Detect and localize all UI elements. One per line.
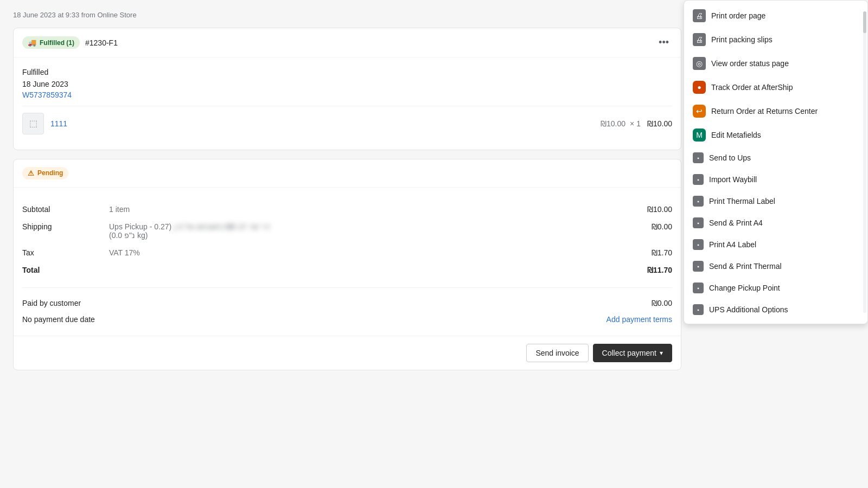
- no-payment-row: No payment due date Add payment terms: [22, 312, 672, 327]
- item-name[interactable]: 1111: [50, 119, 594, 128]
- fulfilled-card: 🚚 Fulfilled (1) #1230-F1 ••• Fulfilled 1…: [13, 28, 681, 150]
- menu-label-ups-additional-options: UPS Additional Options: [709, 305, 788, 314]
- menu-item-send-print-a4[interactable]: ▪ Send & Print A4: [684, 212, 867, 234]
- menu-item-change-pickup-point[interactable]: ▪ Change Pickup Point: [684, 277, 867, 299]
- menu-item-print-packing-slips[interactable]: 🖨 Print packing slips: [684, 28, 867, 52]
- paid-amount: ₪0.00: [652, 299, 672, 307]
- shipping-text: Ups Pickup - 0.27) דר יסר לב ₪0 כתאכתא א…: [109, 222, 270, 231]
- print-thermal-label-icon: ▪: [693, 196, 704, 207]
- menu-label-edit-metafields: Edit Metafields: [711, 131, 761, 139]
- tax-amount: ₪1.70: [652, 248, 672, 257]
- item-total: ₪10.00: [647, 119, 672, 128]
- menu-label-print-a4-label: Print A4 Label: [709, 240, 756, 249]
- menu-item-view-order-status[interactable]: ◎ View order status page: [684, 52, 867, 75]
- menu-item-edit-metafields[interactable]: M Edit Metafields: [684, 123, 867, 147]
- menu-item-track-aftership[interactable]: ● Track Order at AfterShip: [684, 75, 867, 99]
- shipping-value: Ups Pickup - 0.27) דר יסר לב ₪0 כתאכתא א…: [109, 222, 652, 240]
- collect-payment-button[interactable]: Collect payment ▾: [593, 344, 672, 362]
- change-pickup-point-icon: ▪: [693, 282, 704, 293]
- send-invoice-button[interactable]: Send invoice: [526, 344, 588, 362]
- payment-table: Subtotal 1 item ₪10.00 Shipping Ups Pick…: [22, 201, 672, 279]
- item-qty: × 1: [630, 119, 641, 128]
- subtotal-label: Subtotal: [22, 205, 109, 214]
- total-amount: ₪11.70: [647, 266, 672, 274]
- subtotal-row: Subtotal 1 item ₪10.00: [22, 201, 672, 218]
- paid-label: Paid by customer: [22, 299, 109, 307]
- fulfilled-card-body: Fulfilled 18 June 2023 W5737859374 ⬚ 111…: [14, 57, 681, 150]
- line-item: ⬚ 1111 ₪10.00 × 1 ₪10.00: [22, 106, 672, 141]
- total-row: Total ₪11.70: [22, 261, 672, 279]
- returns-icon: ↩: [693, 105, 706, 118]
- menu-item-ups-additional-options[interactable]: ▪ UPS Additional Options: [684, 299, 867, 320]
- fulfillment-status: Fulfilled: [22, 66, 672, 78]
- menu-item-return-order[interactable]: ↩ Return Order at Returns Center: [684, 99, 867, 123]
- add-payment-terms-link[interactable]: Add payment terms: [607, 315, 672, 324]
- send-to-ups-icon: ▪: [693, 152, 704, 163]
- menu-item-print-a4-label[interactable]: ▪ Print A4 Label: [684, 234, 867, 255]
- scrollbar-thumb[interactable]: [863, 11, 866, 33]
- chevron-down-icon: ▾: [660, 349, 663, 357]
- pending-card-header: ⚠ Pending: [14, 159, 681, 188]
- menu-label-print-thermal-label: Print Thermal Label: [709, 197, 775, 206]
- shipping-amount: ₪0.00: [652, 222, 672, 240]
- fulfilled-card-header: 🚚 Fulfilled (1) #1230-F1 •••: [14, 28, 681, 57]
- menu-item-print-thermal-label[interactable]: ▪ Print Thermal Label: [684, 190, 867, 212]
- subtotal-amount: ₪10.00: [647, 205, 672, 214]
- print-a4-label-icon: ▪: [693, 239, 704, 250]
- total-label: Total: [22, 266, 109, 274]
- packing-slip-icon: 🖨: [693, 33, 706, 46]
- menu-label-return-order: Return Order at Returns Center: [711, 107, 818, 115]
- clock-icon: ⚠: [28, 169, 34, 177]
- item-icon: ⬚: [29, 118, 37, 129]
- fulfillment-date: 18 June 2023: [22, 78, 672, 90]
- menu-item-import-waybill[interactable]: ▪ Import Waybill: [684, 169, 867, 190]
- subtotal-value: 1 item: [109, 205, 647, 214]
- fulfillment-info: Fulfilled 18 June 2023 W5737859374: [22, 66, 672, 99]
- menu-label-send-to-ups: Send to Ups: [709, 153, 751, 162]
- menu-label-print-packing-slips: Print packing slips: [711, 35, 773, 44]
- page-container: 18 June 2023 at 9:33 from Online Store 🚚…: [0, 0, 868, 488]
- metafields-icon: M: [693, 129, 706, 142]
- dropdown-scroll: 🖨 Print order page 🖨 Print packing slips…: [684, 4, 867, 320]
- tax-label: Tax: [22, 248, 109, 257]
- shipping-row: Shipping Ups Pickup - 0.27) דר יסר לב ₪0…: [22, 218, 672, 244]
- menu-label-send-print-thermal: Send & Print Thermal: [709, 262, 782, 271]
- menu-item-send-print-thermal[interactable]: ▪ Send & Print Thermal: [684, 255, 867, 277]
- fulfilled-badge: 🚚 Fulfilled (1): [22, 36, 80, 49]
- tracking-link[interactable]: W5737859374: [22, 91, 72, 99]
- collect-payment-label: Collect payment: [602, 349, 656, 357]
- pending-header-left: ⚠ Pending: [22, 167, 68, 179]
- paid-empty: [109, 299, 652, 307]
- menu-label-import-waybill: Import Waybill: [709, 175, 757, 184]
- menu-item-send-to-ups[interactable]: ▪ Send to Ups: [684, 147, 867, 169]
- tax-value: VAT 17%: [109, 248, 652, 257]
- send-print-thermal-icon: ▪: [693, 261, 704, 272]
- menu-item-print-order-page[interactable]: 🖨 Print order page: [684, 4, 867, 28]
- pending-badge-label: Pending: [37, 169, 63, 177]
- fulfillment-id: #1230-F1: [85, 38, 118, 47]
- menu-label-view-order-status: View order status page: [711, 59, 789, 68]
- pending-badge: ⚠ Pending: [22, 167, 68, 179]
- fulfilled-header-left: 🚚 Fulfilled (1) #1230-F1: [22, 36, 118, 49]
- scrollbar-track: [863, 11, 866, 313]
- item-price-info: ₪10.00 × 1: [601, 119, 641, 128]
- aftership-icon: ●: [693, 81, 706, 94]
- pending-card-body: Subtotal 1 item ₪10.00 Shipping Ups Pick…: [14, 188, 681, 336]
- total-empty: [109, 266, 647, 274]
- import-waybill-icon: ▪: [693, 174, 704, 185]
- paid-row: Paid by customer ₪0.00: [22, 294, 672, 312]
- shipping-desc: (נ"פ 0.0 kg): [109, 231, 148, 240]
- menu-label-send-print-a4: Send & Print A4: [709, 219, 763, 227]
- more-options-button[interactable]: •••: [655, 36, 672, 49]
- send-print-a4-icon: ▪: [693, 217, 704, 228]
- menu-label-print-order-page: Print order page: [711, 11, 765, 20]
- truck-icon: 🚚: [28, 38, 36, 47]
- printer-icon: 🖨: [693, 9, 706, 22]
- dropdown-menu: 🖨 Print order page 🖨 Print packing slips…: [684, 0, 868, 324]
- ups-additional-options-icon: ▪: [693, 304, 704, 315]
- fulfilled-badge-label: Fulfilled (1): [40, 39, 74, 47]
- paid-section: Paid by customer ₪0.00 No payment due da…: [22, 287, 672, 327]
- item-price: ₪10.00: [601, 119, 626, 128]
- pending-card-footer: Send invoice Collect payment ▾: [14, 336, 681, 370]
- status-page-icon: ◎: [693, 57, 706, 70]
